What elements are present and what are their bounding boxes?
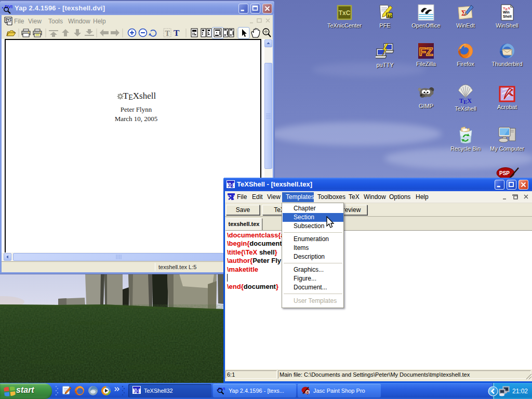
svg-text:Win: Win xyxy=(503,10,510,14)
svg-text:FZ: FZ xyxy=(419,45,433,58)
svg-text:T: T xyxy=(174,28,180,38)
svg-text:32: 32 xyxy=(387,14,392,18)
svg-text:8: 8 xyxy=(306,390,309,395)
svg-text:TEX: TEX xyxy=(459,97,472,104)
svg-text:T: T xyxy=(165,30,170,37)
svg-text:DVI: DVI xyxy=(6,18,12,22)
svg-text:PSP: PSP xyxy=(499,170,510,176)
svg-text:TxC: TxC xyxy=(339,9,351,17)
svg-text:Shell: Shell xyxy=(503,15,512,18)
